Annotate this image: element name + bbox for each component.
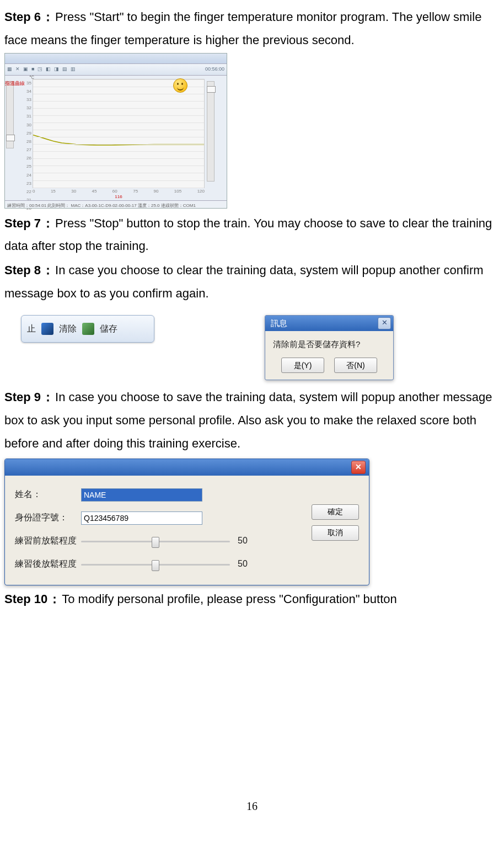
step8-text: In case you choose to clear the training… <box>4 263 484 300</box>
step6-label: Step 6 <box>4 10 41 24</box>
msgbox-buttons: 是(Y) 否(N) <box>265 354 393 380</box>
clear-icon[interactable] <box>41 323 53 335</box>
chart-toolbar-time: 00:56:00 <box>205 65 224 74</box>
slider-post-thumb[interactable] <box>152 560 159 571</box>
left-slider-thumb[interactable] <box>6 135 15 141</box>
page-number: 16 <box>0 796 504 817</box>
step7-sep: ： <box>42 216 54 230</box>
profile-form: 姓名： 身份證字號： 練習前放鬆程度 50 練習後放鬆程度 50 <box>15 483 298 576</box>
slider-post-relax[interactable] <box>81 559 230 570</box>
chart-line-svg <box>33 79 204 188</box>
row-id: 身份證字號： <box>15 507 298 530</box>
label-id: 身份證字號： <box>15 509 81 526</box>
step7-paragraph: Step 7：Press "Stop" button to stop the t… <box>4 212 500 258</box>
step6-text: Press "Start" to begin the finger temper… <box>4 10 481 47</box>
profile-cancel-button[interactable]: 取消 <box>312 525 359 541</box>
msgbox-title: 訊息 <box>271 316 287 332</box>
chart-y-labels: 35343332313029282726252423222120 <box>19 79 31 188</box>
msgbox-no-button[interactable]: 否(N) <box>334 358 377 373</box>
step9-sep: ： <box>42 390 54 404</box>
profile-dialog-body: 姓名： 身份證字號： 練習前放鬆程度 50 練習後放鬆程度 50 <box>5 476 369 585</box>
label-name: 姓名： <box>15 486 81 503</box>
msgbox-body: 清除前是否要儲存資料? <box>265 331 393 355</box>
step10-sep: ： <box>49 592 61 606</box>
profile-ok-button[interactable]: 確定 <box>312 504 359 520</box>
step9-text: In case you choose to save the training … <box>4 390 492 450</box>
profile-dialog: ✕ 姓名： 身份證字號： 練習前放鬆程度 50 練習後放鬆程度 <box>4 459 369 585</box>
msgbox-yes-button[interactable]: 是(Y) <box>281 358 324 373</box>
step10-text: To modify personal profile, please press… <box>62 592 397 606</box>
step7-label: Step 7 <box>4 216 41 230</box>
input-id[interactable] <box>81 511 202 525</box>
profile-buttons: 確定 取消 <box>312 483 359 576</box>
save-icon[interactable] <box>82 323 94 335</box>
close-icon: ✕ <box>382 316 388 330</box>
value-pre-relax: 50 <box>238 532 248 549</box>
step8-sep: ： <box>42 263 54 277</box>
row-post-relax: 練習後放鬆程度 50 <box>15 553 298 576</box>
row-name: 姓名： <box>15 483 298 507</box>
profile-dialog-titlebar: ✕ <box>5 459 369 476</box>
chart-window-titlebar <box>5 54 227 64</box>
step9-paragraph: Step 9：In case you choose to save the tr… <box>4 386 500 455</box>
label-post-relax: 練習後放鬆程度 <box>15 556 81 572</box>
msgbox-titlebar: 訊息 ✕ <box>265 316 393 331</box>
smile-face-icon <box>173 78 187 93</box>
step9-label: Step 9 <box>4 390 41 404</box>
value-post-relax: 50 <box>238 556 248 572</box>
step10-label: Step 10 <box>4 592 47 606</box>
chart-screenshot: ▦✕▣■◳◧◨▤▥ 00:56:00 指溫曲線 ℃ 35343332313029… <box>4 53 227 209</box>
step8-label: Step 8 <box>4 263 41 277</box>
chart-plot-area <box>33 79 205 188</box>
save-label[interactable]: 儲存 <box>100 321 117 337</box>
chart-body: 指溫曲線 ℃ 35343332313029282726252423222120 … <box>16 76 221 197</box>
right-slider-thumb[interactable] <box>207 86 216 93</box>
step6-paragraph: Step 6：Press "Start" to begin the finger… <box>4 6 500 52</box>
row-pre-relax: 練習前放鬆程度 50 <box>15 530 298 553</box>
slider-pre-thumb[interactable] <box>152 537 159 548</box>
step7-text: Press "Stop" button to stop the train. Y… <box>4 216 492 253</box>
stop-char: 止 <box>27 321 36 337</box>
label-pre-relax: 練習前放鬆程度 <box>15 532 81 549</box>
step8-images-row: 止 清除 儲存 訊息 ✕ 清除前是否要儲存資料? 是(Y) 否(N) <box>21 315 500 381</box>
left-slider[interactable] <box>6 81 14 148</box>
clear-label[interactable]: 清除 <box>59 321 77 337</box>
toolbar-snippet: 止 清除 儲存 <box>21 315 154 343</box>
confirm-message-box: 訊息 ✕ 清除前是否要儲存資料? 是(Y) 否(N) <box>265 315 394 381</box>
profile-close-button[interactable]: ✕ <box>351 461 366 474</box>
right-slider[interactable] <box>207 81 215 182</box>
slider-pre-relax[interactable] <box>81 536 230 547</box>
input-name[interactable] <box>81 488 202 502</box>
close-icon: ✕ <box>355 460 362 475</box>
chart-toolbar: ▦✕▣■◳◧◨▤▥ 00:56:00 <box>5 64 227 76</box>
step8-paragraph: Step 8：In case you choose to clear the t… <box>4 259 500 305</box>
step6-sep: ： <box>42 10 54 24</box>
chart-statusbar: 練習時間：00:54:01 此刻時間： MAC：A3-00-1C-D9-02-0… <box>5 200 227 208</box>
step10-paragraph: Step 10：To modify personal profile, plea… <box>4 588 500 611</box>
msgbox-close-button[interactable]: ✕ <box>378 317 391 329</box>
